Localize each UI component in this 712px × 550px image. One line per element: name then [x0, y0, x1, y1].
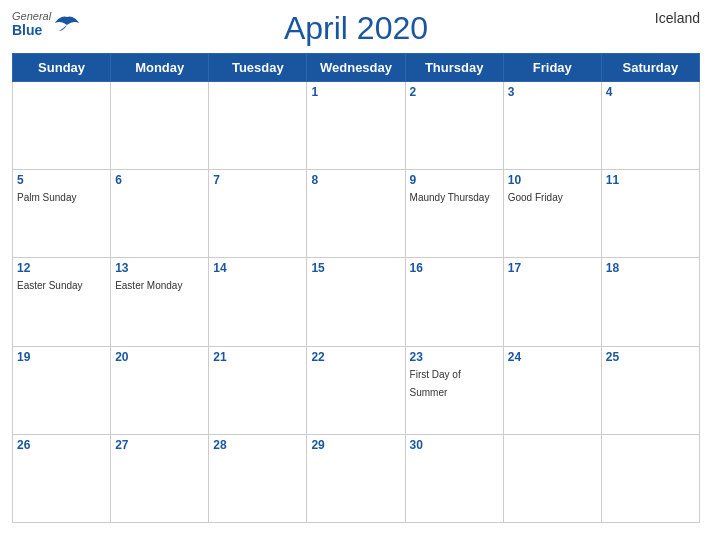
calendar-header: General Blue April 2020 Iceland [12, 10, 700, 47]
calendar-cell: 5Palm Sunday [13, 170, 111, 258]
calendar-cell: 18 [601, 258, 699, 346]
day-number: 28 [213, 438, 302, 452]
day-event: Easter Sunday [17, 280, 83, 291]
weekday-header-friday: Friday [503, 54, 601, 82]
calendar-cell: 22 [307, 346, 405, 434]
calendar-cell: 23First Day of Summer [405, 346, 503, 434]
country-label: Iceland [655, 10, 700, 26]
day-number: 16 [410, 261, 499, 275]
calendar-cell [209, 82, 307, 170]
calendar-week-5: 2627282930 [13, 434, 700, 522]
day-number: 22 [311, 350, 400, 364]
day-number: 30 [410, 438, 499, 452]
calendar-cell: 1 [307, 82, 405, 170]
calendar-cell: 4 [601, 82, 699, 170]
calendar-cell [111, 82, 209, 170]
calendar-cell: 13Easter Monday [111, 258, 209, 346]
logo: General Blue [12, 10, 81, 38]
day-number: 2 [410, 85, 499, 99]
calendar-cell: 17 [503, 258, 601, 346]
calendar-cell [13, 82, 111, 170]
day-number: 29 [311, 438, 400, 452]
calendar-cell: 28 [209, 434, 307, 522]
day-number: 10 [508, 173, 597, 187]
calendar-table: SundayMondayTuesdayWednesdayThursdayFrid… [12, 53, 700, 523]
day-number: 4 [606, 85, 695, 99]
day-event: Maundy Thursday [410, 192, 490, 203]
weekday-header-tuesday: Tuesday [209, 54, 307, 82]
day-number: 13 [115, 261, 204, 275]
calendar-week-4: 1920212223First Day of Summer2425 [13, 346, 700, 434]
weekday-header-sunday: Sunday [13, 54, 111, 82]
calendar-week-1: 1234 [13, 82, 700, 170]
calendar-week-3: 12Easter Sunday13Easter Monday1415161718 [13, 258, 700, 346]
calendar-cell: 12Easter Sunday [13, 258, 111, 346]
calendar-cell: 8 [307, 170, 405, 258]
day-number: 11 [606, 173, 695, 187]
calendar-cell: 9Maundy Thursday [405, 170, 503, 258]
day-number: 27 [115, 438, 204, 452]
weekday-header-saturday: Saturday [601, 54, 699, 82]
calendar-cell: 16 [405, 258, 503, 346]
day-event: First Day of Summer [410, 369, 461, 398]
logo-bird-icon [53, 15, 81, 33]
calendar-cell: 30 [405, 434, 503, 522]
calendar-wrapper: General Blue April 2020 Iceland SundayMo… [0, 0, 712, 550]
day-number: 18 [606, 261, 695, 275]
day-number: 25 [606, 350, 695, 364]
day-number: 7 [213, 173, 302, 187]
day-number: 15 [311, 261, 400, 275]
day-number: 20 [115, 350, 204, 364]
day-event: Good Friday [508, 192, 563, 203]
day-number: 24 [508, 350, 597, 364]
calendar-week-2: 5Palm Sunday6789Maundy Thursday10Good Fr… [13, 170, 700, 258]
logo-general: General [12, 10, 51, 22]
calendar-cell: 19 [13, 346, 111, 434]
calendar-cell: 3 [503, 82, 601, 170]
calendar-cell: 6 [111, 170, 209, 258]
day-number: 8 [311, 173, 400, 187]
weekday-header-thursday: Thursday [405, 54, 503, 82]
calendar-cell: 27 [111, 434, 209, 522]
calendar-cell: 7 [209, 170, 307, 258]
calendar-cell: 29 [307, 434, 405, 522]
day-number: 19 [17, 350, 106, 364]
logo-area: General Blue [12, 10, 81, 38]
day-number: 3 [508, 85, 597, 99]
calendar-cell: 15 [307, 258, 405, 346]
day-number: 5 [17, 173, 106, 187]
calendar-cell: 26 [13, 434, 111, 522]
calendar-cell: 2 [405, 82, 503, 170]
month-title: April 2020 [284, 10, 428, 47]
calendar-cell: 14 [209, 258, 307, 346]
day-number: 6 [115, 173, 204, 187]
calendar-cell [503, 434, 601, 522]
logo-text-block: General Blue [12, 10, 51, 38]
day-number: 21 [213, 350, 302, 364]
weekday-header-wednesday: Wednesday [307, 54, 405, 82]
calendar-cell: 21 [209, 346, 307, 434]
logo-blue: Blue [12, 22, 51, 38]
day-number: 1 [311, 85, 400, 99]
day-event: Palm Sunday [17, 192, 76, 203]
day-number: 12 [17, 261, 106, 275]
day-number: 17 [508, 261, 597, 275]
calendar-cell [601, 434, 699, 522]
day-number: 23 [410, 350, 499, 364]
calendar-cell: 10Good Friday [503, 170, 601, 258]
day-event: Easter Monday [115, 280, 182, 291]
weekday-header-row: SundayMondayTuesdayWednesdayThursdayFrid… [13, 54, 700, 82]
calendar-cell: 25 [601, 346, 699, 434]
calendar-cell: 20 [111, 346, 209, 434]
calendar-cell: 24 [503, 346, 601, 434]
weekday-header-monday: Monday [111, 54, 209, 82]
day-number: 9 [410, 173, 499, 187]
calendar-cell: 11 [601, 170, 699, 258]
day-number: 14 [213, 261, 302, 275]
day-number: 26 [17, 438, 106, 452]
